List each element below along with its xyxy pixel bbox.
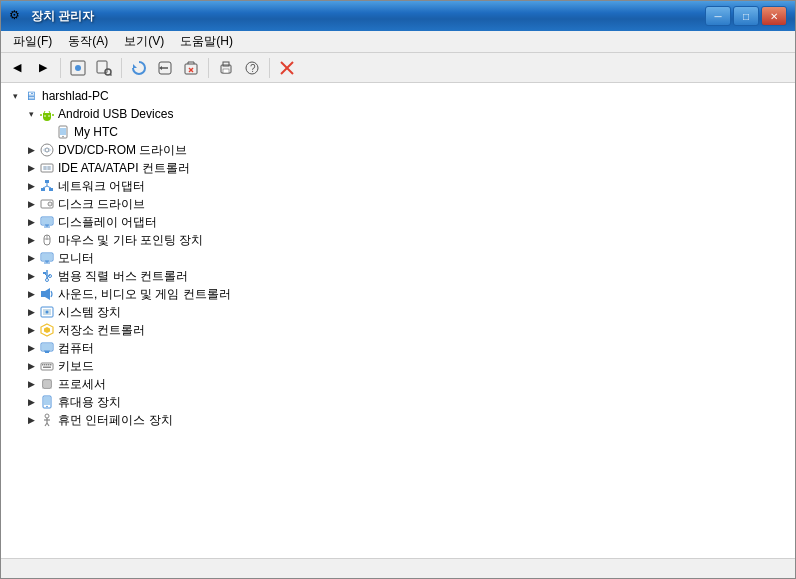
svg-rect-82 xyxy=(46,364,48,366)
toolbar-update-button[interactable] xyxy=(127,56,151,80)
usb-icon xyxy=(39,268,55,284)
menu-action[interactable]: 동작(A) xyxy=(60,31,116,52)
toolbar-scan-button[interactable] xyxy=(92,56,116,80)
tree-item-storage[interactable]: ▶ 저장소 컨트롤러 xyxy=(3,321,793,339)
title-bar-left: ⚙ 장치 관리자 xyxy=(9,8,94,25)
display-icon xyxy=(39,214,55,230)
uninstall-icon xyxy=(183,60,199,76)
toggle-proc[interactable]: ▶ xyxy=(23,376,39,392)
network-icon xyxy=(39,178,55,194)
toggle-computer[interactable]: ▶ xyxy=(23,340,39,356)
human-icon xyxy=(39,412,55,428)
toggle-usb[interactable]: ▶ xyxy=(23,268,39,284)
toggle-mobile[interactable]: ▶ xyxy=(23,394,39,410)
toolbar-print-button[interactable] xyxy=(214,56,238,80)
toggle-myhtc[interactable] xyxy=(39,124,55,140)
toggle-keyboard[interactable]: ▶ xyxy=(23,358,39,374)
svg-rect-42 xyxy=(49,188,53,191)
svg-rect-17 xyxy=(223,69,229,73)
toolbar-help-button[interactable]: ? xyxy=(240,56,264,80)
maximize-button[interactable]: □ xyxy=(733,6,759,26)
toggle-human[interactable]: ▶ xyxy=(23,412,39,428)
toolbar-forward-button[interactable]: ▶ xyxy=(31,56,55,80)
tree-item-human[interactable]: ▶ 휴먼 인터페이스 장치 xyxy=(3,411,793,429)
toggle-display[interactable]: ▶ xyxy=(23,214,39,230)
toggle-mouse[interactable]: ▶ xyxy=(23,232,39,248)
device-manager-window: ⚙ 장치 관리자 ─ □ ✕ 파일(F) 동작(A) 보기(V) 도움말(H) xyxy=(0,0,796,579)
tree-item-dvd[interactable]: ▶ DVD/CD-ROM 드라이브 xyxy=(3,141,793,159)
svg-rect-58 xyxy=(42,254,52,260)
tree-item-computer[interactable]: ▶ 컴퓨터 xyxy=(3,339,793,357)
svg-rect-101 xyxy=(44,397,50,405)
tree-item-root[interactable]: ▾ 🖥 harshlad-PC xyxy=(3,87,793,105)
tree-item-ide[interactable]: ▶ IDE ATA/ATAPI 컨트롤러 xyxy=(3,159,793,177)
monitor-icon xyxy=(39,250,55,266)
label-proc: 프로세서 xyxy=(58,376,106,393)
svg-point-32 xyxy=(62,136,64,138)
svg-point-66 xyxy=(49,275,52,278)
toolbar-properties-button[interactable] xyxy=(66,56,90,80)
svg-rect-41 xyxy=(41,188,45,191)
minimize-button[interactable]: ─ xyxy=(705,6,731,26)
svg-point-72 xyxy=(46,311,49,314)
tree-item-proc[interactable]: ▶ xyxy=(3,375,793,393)
svg-rect-65 xyxy=(43,272,46,274)
toggle-diskdrive[interactable]: ▶ xyxy=(23,196,39,212)
label-system: 시스템 장치 xyxy=(58,304,121,321)
tree-item-android[interactable]: ▾ Android USB Devices xyxy=(3,105,793,123)
svg-point-26 xyxy=(44,115,46,117)
menu-file[interactable]: 파일(F) xyxy=(5,31,60,52)
toggle-ide[interactable]: ▶ xyxy=(23,160,39,176)
toggle-storage[interactable]: ▶ xyxy=(23,322,39,338)
status-bar xyxy=(1,558,795,578)
toggle-sound[interactable]: ▶ xyxy=(23,286,39,302)
tree-item-sound[interactable]: ▶ 사운드, 비디오 및 게임 컨트롤러 xyxy=(3,285,793,303)
computer-icon: 🖥 xyxy=(23,88,39,104)
toolbar-uninstall-button[interactable] xyxy=(179,56,203,80)
label-storage: 저장소 컨트롤러 xyxy=(58,322,145,339)
tree-item-myhtc[interactable]: My HTC xyxy=(3,123,793,141)
main-content-area[interactable]: ▾ 🖥 harshlad-PC ▾ xyxy=(1,83,795,558)
toggle-root[interactable]: ▾ xyxy=(7,88,23,104)
label-monitor: 모니터 xyxy=(58,250,94,267)
svg-rect-80 xyxy=(42,364,44,366)
toggle-monitor[interactable]: ▶ xyxy=(23,250,39,266)
ide-icon xyxy=(39,160,55,176)
toolbar-disconnect-button[interactable] xyxy=(275,56,299,80)
tree-item-system[interactable]: ▶ 시스템 장치 xyxy=(3,303,793,321)
tree-item-display[interactable]: ▶ 디스플레이 어댑터 xyxy=(3,213,793,231)
tree-item-mobile[interactable]: ▶ 휴대용 장치 xyxy=(3,393,793,411)
label-ide: IDE ATA/ATAPI 컨트롤러 xyxy=(58,160,190,177)
tree-item-diskdrive[interactable]: ▶ 디스크 드라이브 xyxy=(3,195,793,213)
title-buttons: ─ □ ✕ xyxy=(705,6,787,26)
system-icon xyxy=(39,304,55,320)
label-dvd: DVD/CD-ROM 드라이브 xyxy=(58,142,187,159)
toggle-system[interactable]: ▶ xyxy=(23,304,39,320)
tree-item-keyboard[interactable]: ▶ 키보드 xyxy=(3,357,793,375)
menu-help[interactable]: 도움말(H) xyxy=(172,31,241,52)
tree-item-mouse[interactable]: ▶ 마우스 및 기타 포인팅 장치 xyxy=(3,231,793,249)
svg-point-1 xyxy=(75,65,81,71)
svg-point-3 xyxy=(105,69,111,75)
rollback-icon xyxy=(157,60,173,76)
svg-line-44 xyxy=(43,186,47,188)
window-icon: ⚙ xyxy=(9,8,25,24)
tree-item-network[interactable]: ▶ 네트워크 어댑터 xyxy=(3,177,793,195)
menu-bar: 파일(F) 동작(A) 보기(V) 도움말(H) xyxy=(1,31,795,53)
disconnect-icon xyxy=(279,60,295,76)
svg-marker-74 xyxy=(44,327,50,333)
svg-rect-85 xyxy=(43,367,51,369)
toolbar-rollback-button[interactable] xyxy=(153,56,177,80)
tree-item-usb[interactable]: ▶ 범용 직렬 버스 컨트롤러 xyxy=(3,267,793,285)
toggle-dvd[interactable]: ▶ xyxy=(23,142,39,158)
label-keyboard: 키보드 xyxy=(58,358,94,375)
label-human: 휴먼 인터페이스 장치 xyxy=(58,412,173,429)
toolbar-back-button[interactable]: ◀ xyxy=(5,56,29,80)
tree-item-monitor[interactable]: ▶ 모니터 xyxy=(3,249,793,267)
svg-text:?: ? xyxy=(250,63,256,74)
svg-rect-68 xyxy=(41,291,45,297)
close-button[interactable]: ✕ xyxy=(761,6,787,26)
toggle-network[interactable]: ▶ xyxy=(23,178,39,194)
menu-view[interactable]: 보기(V) xyxy=(116,31,172,52)
toggle-android[interactable]: ▾ xyxy=(23,106,39,122)
